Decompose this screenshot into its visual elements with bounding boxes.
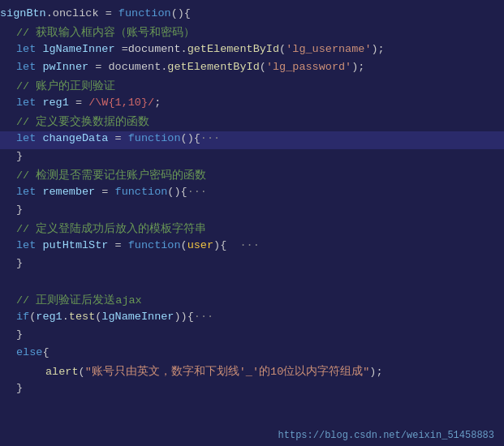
line-content: // 正则验证后发送ajax [0,293,504,307]
line-content: alert("账号只由英文，数字和下划线'_'的10位以内字符组成"); [0,364,504,379]
code-line [0,274,504,292]
line-content: // 定义登陆成功后放入的模板字符串 [0,221,504,236]
code-line: // 检测是否需要记住账户密码的函数 [0,167,504,185]
line-content: let changeData = function(){··· [0,132,504,144]
line-content: // 定义要交换数据的函数 [0,114,504,129]
code-line: let putHtmlStr = function(user){ ··· [0,238,504,256]
code-line: } [0,203,504,221]
code-line: } [0,256,504,274]
code-line: } [0,381,504,399]
line-content: let lgNameInner =document.getElementById… [0,43,504,55]
code-line: } [0,149,504,167]
code-line: } [0,328,504,345]
line-content: let remember = function(){··· [0,186,504,198]
code-line: if(reg1.test(lgNameInner)){··· [0,310,504,328]
code-line: // 定义要交换数据的函数 [0,114,504,131]
code-line: alert("账号只由英文，数字和下划线'_'的10位以内字符组成"); [0,363,504,381]
line-content: signBtn.onclick = function(){ [0,7,504,19]
code-line: signBtn.onclick = function(){ [0,6,504,24]
line-content: // 账户的正则验证 [0,79,504,93]
code-editor: signBtn.onclick = function(){// 获取输入框内容（… [0,0,504,446]
code-line: // 定义登陆成功后放入的模板字符串 [0,221,504,238]
code-line: // 正则验证后发送ajax [0,292,504,310]
line-content: if(reg1.test(lgNameInner)){··· [0,311,504,323]
code-line: else{ [0,345,504,363]
code-line: let remember = function(){··· [0,185,504,203]
line-content: let pwInner = document.getElementById('l… [0,61,504,73]
line-content: } [0,382,504,394]
code-line: let lgNameInner =document.getElementById… [0,42,504,60]
line-content: } [0,257,504,269]
code-line: let pwInner = document.getElementById('l… [0,60,504,78]
line-content: else{ [0,346,504,358]
code-line: // 获取输入框内容（账号和密码） [0,24,504,42]
line-content: // 检测是否需要记住账户密码的函数 [0,168,504,182]
code-line: let changeData = function(){··· [0,131,504,149]
line-content: let reg1 = /\W{1,10}/; [0,96,504,109]
code-line: let reg1 = /\W{1,10}/; [0,96,504,114]
footer-url: https://blog.csdn.net/weixin_51458883 [278,430,494,441]
line-content [0,275,504,287]
line-content: } [0,328,504,341]
code-line: // 账户的正则验证 [0,78,504,96]
line-content: // 获取输入框内容（账号和密码） [0,25,504,40]
line-content: let putHtmlStr = function(user){ ··· [0,239,504,251]
line-content: } [0,204,504,216]
line-content: } [0,150,504,162]
